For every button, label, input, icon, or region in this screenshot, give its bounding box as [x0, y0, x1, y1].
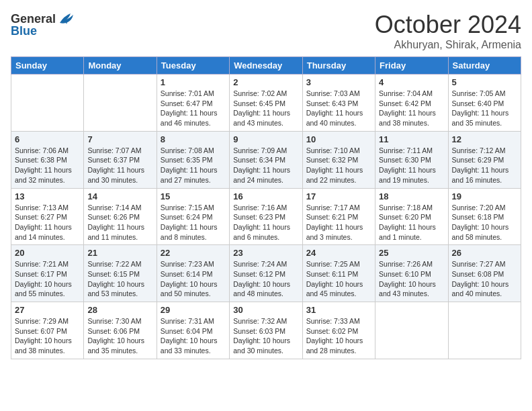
calendar-cell [11, 75, 84, 132]
day-info: Sunrise: 7:31 AMSunset: 6:04 PMDaylight:… [161, 316, 226, 356]
logo: General Blue [11, 11, 76, 38]
calendar-cell: 8Sunrise: 7:08 AMSunset: 6:35 PMDaylight… [157, 131, 229, 188]
day-info: Sunrise: 7:23 AMSunset: 6:14 PMDaylight:… [161, 259, 226, 299]
day-info: Sunrise: 7:14 AMSunset: 6:26 PMDaylight:… [87, 203, 152, 242]
day-info: Sunrise: 7:01 AMSunset: 6:47 PMDaylight:… [161, 89, 226, 128]
day-number: 6 [15, 134, 80, 144]
calendar-cell: 6Sunrise: 7:06 AMSunset: 6:38 PMDaylight… [11, 131, 84, 188]
day-number: 30 [233, 305, 298, 315]
calendar-cell: 27Sunrise: 7:29 AMSunset: 6:07 PMDayligh… [11, 302, 84, 359]
calendar-week-row: 20Sunrise: 7:21 AMSunset: 6:17 PMDayligh… [11, 245, 521, 302]
calendar-cell: 29Sunrise: 7:31 AMSunset: 6:04 PMDayligh… [157, 302, 229, 359]
day-info: Sunrise: 7:15 AMSunset: 6:24 PMDaylight:… [161, 203, 226, 242]
day-info: Sunrise: 7:18 AMSunset: 6:20 PMDaylight:… [379, 203, 444, 242]
day-number: 1 [161, 77, 226, 87]
day-number: 29 [161, 305, 226, 315]
day-info: Sunrise: 7:10 AMSunset: 6:32 PMDaylight:… [306, 146, 371, 185]
day-info: Sunrise: 7:11 AMSunset: 6:30 PMDaylight:… [379, 146, 444, 185]
day-number: 23 [233, 248, 298, 258]
logo-bird-icon [57, 11, 76, 27]
calendar-cell: 12Sunrise: 7:12 AMSunset: 6:29 PMDayligh… [448, 131, 521, 188]
day-number: 3 [306, 77, 371, 87]
day-info: Sunrise: 7:21 AMSunset: 6:17 PMDaylight:… [15, 259, 80, 299]
calendar-cell: 23Sunrise: 7:24 AMSunset: 6:12 PMDayligh… [230, 245, 302, 302]
location: Akhuryan, Shirak, Armenia [375, 39, 521, 51]
calendar-cell: 4Sunrise: 7:04 AMSunset: 6:42 PMDaylight… [375, 75, 448, 132]
day-number: 26 [452, 248, 517, 258]
day-number: 22 [161, 248, 226, 258]
day-number: 21 [87, 248, 152, 258]
day-number: 8 [161, 134, 226, 144]
day-number: 18 [379, 191, 444, 201]
column-header-sunday: Sunday [11, 57, 84, 75]
column-header-friday: Friday [375, 57, 448, 75]
page-header: General Blue October 2024 Akhuryan, Shir… [11, 11, 521, 51]
day-number: 31 [306, 305, 371, 315]
calendar-cell: 2Sunrise: 7:02 AMSunset: 6:45 PMDaylight… [230, 75, 302, 132]
calendar-cell: 18Sunrise: 7:18 AMSunset: 6:20 PMDayligh… [375, 188, 448, 245]
day-info: Sunrise: 7:20 AMSunset: 6:18 PMDaylight:… [452, 203, 517, 242]
calendar-cell: 5Sunrise: 7:05 AMSunset: 6:40 PMDaylight… [448, 75, 521, 132]
calendar-cell: 19Sunrise: 7:20 AMSunset: 6:18 PMDayligh… [448, 188, 521, 245]
day-info: Sunrise: 7:02 AMSunset: 6:45 PMDaylight:… [233, 89, 298, 128]
day-number: 5 [452, 77, 517, 87]
day-info: Sunrise: 7:22 AMSunset: 6:15 PMDaylight:… [87, 259, 152, 299]
day-number: 13 [15, 191, 80, 201]
calendar-week-row: 1Sunrise: 7:01 AMSunset: 6:47 PMDaylight… [11, 75, 521, 132]
calendar-week-row: 27Sunrise: 7:29 AMSunset: 6:07 PMDayligh… [11, 302, 521, 359]
column-header-tuesday: Tuesday [157, 57, 229, 75]
day-info: Sunrise: 7:12 AMSunset: 6:29 PMDaylight:… [452, 146, 517, 185]
calendar-cell: 1Sunrise: 7:01 AMSunset: 6:47 PMDaylight… [157, 75, 229, 132]
day-info: Sunrise: 7:32 AMSunset: 6:03 PMDaylight:… [233, 316, 298, 356]
calendar-cell: 10Sunrise: 7:10 AMSunset: 6:32 PMDayligh… [302, 131, 375, 188]
calendar-cell: 17Sunrise: 7:17 AMSunset: 6:21 PMDayligh… [302, 188, 375, 245]
calendar-cell: 3Sunrise: 7:03 AMSunset: 6:43 PMDaylight… [302, 75, 375, 132]
day-number: 28 [87, 305, 152, 315]
calendar-week-row: 13Sunrise: 7:13 AMSunset: 6:27 PMDayligh… [11, 188, 521, 245]
day-number: 20 [15, 248, 80, 258]
calendar-cell [448, 302, 521, 359]
day-number: 15 [161, 191, 226, 201]
month-title: October 2024 [375, 11, 521, 39]
day-number: 14 [87, 191, 152, 201]
calendar-cell: 13Sunrise: 7:13 AMSunset: 6:27 PMDayligh… [11, 188, 84, 245]
day-number: 7 [87, 134, 152, 144]
calendar-cell: 30Sunrise: 7:32 AMSunset: 6:03 PMDayligh… [230, 302, 302, 359]
calendar-cell: 31Sunrise: 7:33 AMSunset: 6:02 PMDayligh… [302, 302, 375, 359]
column-header-thursday: Thursday [302, 57, 375, 75]
column-header-monday: Monday [84, 57, 157, 75]
calendar-cell: 26Sunrise: 7:27 AMSunset: 6:08 PMDayligh… [448, 245, 521, 302]
day-number: 2 [233, 77, 298, 87]
day-info: Sunrise: 7:16 AMSunset: 6:23 PMDaylight:… [233, 203, 298, 242]
column-header-saturday: Saturday [448, 57, 521, 75]
day-info: Sunrise: 7:03 AMSunset: 6:43 PMDaylight:… [306, 89, 371, 128]
day-number: 4 [379, 77, 444, 87]
day-number: 11 [379, 134, 444, 144]
day-info: Sunrise: 7:24 AMSunset: 6:12 PMDaylight:… [233, 259, 298, 299]
day-info: Sunrise: 7:30 AMSunset: 6:06 PMDaylight:… [87, 316, 152, 356]
day-info: Sunrise: 7:08 AMSunset: 6:35 PMDaylight:… [161, 146, 226, 185]
day-number: 16 [233, 191, 298, 201]
day-info: Sunrise: 7:04 AMSunset: 6:42 PMDaylight:… [379, 89, 444, 128]
calendar-table: SundayMondayTuesdayWednesdayThursdayFrid… [11, 56, 521, 359]
column-header-wednesday: Wednesday [230, 57, 302, 75]
calendar-cell: 21Sunrise: 7:22 AMSunset: 6:15 PMDayligh… [84, 245, 157, 302]
day-number: 9 [233, 134, 298, 144]
calendar-cell: 28Sunrise: 7:30 AMSunset: 6:06 PMDayligh… [84, 302, 157, 359]
calendar-cell: 20Sunrise: 7:21 AMSunset: 6:17 PMDayligh… [11, 245, 84, 302]
day-number: 27 [15, 305, 80, 315]
day-info: Sunrise: 7:13 AMSunset: 6:27 PMDaylight:… [15, 203, 80, 242]
day-number: 24 [306, 248, 371, 258]
calendar-cell: 14Sunrise: 7:14 AMSunset: 6:26 PMDayligh… [84, 188, 157, 245]
calendar-cell: 7Sunrise: 7:07 AMSunset: 6:37 PMDaylight… [84, 131, 157, 188]
day-number: 19 [452, 191, 517, 201]
day-info: Sunrise: 7:07 AMSunset: 6:37 PMDaylight:… [87, 146, 152, 185]
calendar-cell: 25Sunrise: 7:26 AMSunset: 6:10 PMDayligh… [375, 245, 448, 302]
calendar-cell: 24Sunrise: 7:25 AMSunset: 6:11 PMDayligh… [302, 245, 375, 302]
day-info: Sunrise: 7:26 AMSunset: 6:10 PMDaylight:… [379, 259, 444, 299]
day-info: Sunrise: 7:05 AMSunset: 6:40 PMDaylight:… [452, 89, 517, 128]
day-info: Sunrise: 7:33 AMSunset: 6:02 PMDaylight:… [306, 316, 371, 356]
calendar-cell: 11Sunrise: 7:11 AMSunset: 6:30 PMDayligh… [375, 131, 448, 188]
calendar-cell [84, 75, 157, 132]
calendar-cell: 16Sunrise: 7:16 AMSunset: 6:23 PMDayligh… [230, 188, 302, 245]
